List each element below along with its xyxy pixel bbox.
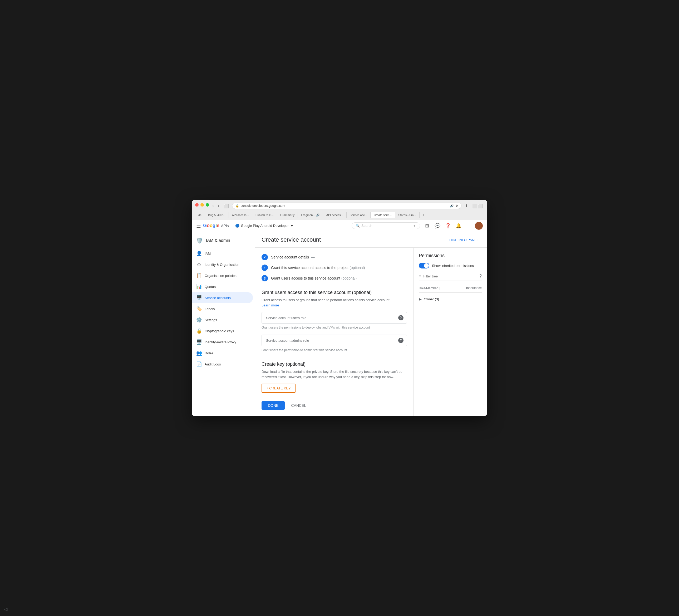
search-bar[interactable]: 🔍 Search ▼ (352, 222, 420, 229)
sidebar-item-label: Labels (205, 307, 215, 311)
sidebar: 🛡️ IAM & admin 👤 IAM ⊙ Identity & Organi… (192, 232, 255, 416)
quotas-icon: 📊 (196, 284, 201, 289)
users-role-label: Service account users role (266, 316, 306, 320)
apps-icon[interactable]: ⊞ (422, 221, 432, 230)
sidebar-item-roles[interactable]: 👥 Roles (192, 347, 253, 359)
admins-role-hint: Grant users the permission to administer… (262, 347, 407, 353)
sidebar-item-label: Quotas (205, 285, 216, 289)
owner-tree-item[interactable]: ▶ Owner (3) (419, 295, 482, 303)
admins-role-help-icon[interactable]: ? (398, 338, 403, 343)
tab-stores[interactable]: Stores - Sm... (395, 212, 419, 218)
learn-more-link[interactable]: Learn more (262, 303, 279, 307)
toggle-knob (424, 263, 429, 268)
content-header: Create service account HIDE INFO PANEL (255, 232, 487, 248)
tab-service-acc[interactable]: Service acc... (347, 212, 370, 218)
refresh-icon[interactable]: ↻ (455, 204, 458, 208)
help-icon[interactable]: ❓ (443, 221, 453, 230)
inherited-permissions-toggle[interactable] (419, 263, 429, 269)
users-role-field[interactable]: Service account users role ? (262, 312, 407, 324)
identity-aware-proxy-icon: 🖥️ (196, 339, 201, 345)
step-3-circle: 3 (262, 275, 268, 281)
owner-label: Owner (3) (424, 297, 439, 301)
sidebar-item-quotas[interactable]: 📊 Quotas (192, 281, 253, 292)
lock-icon: 🔒 (235, 204, 239, 208)
tab-de[interactable]: de (195, 212, 205, 218)
org-policies-icon: 📋 (196, 273, 201, 278)
filter-row: ≡ ? (419, 274, 482, 281)
sidebar-item-settings[interactable]: ⚙️ Settings (192, 314, 253, 326)
sidebar-header: 🛡️ IAM & admin (192, 234, 255, 248)
tab-grammarly[interactable]: Grammarly (277, 212, 298, 218)
minimize-button[interactable] (200, 203, 204, 207)
sort-icon[interactable]: ↑ (439, 286, 441, 290)
sidebar-item-labels[interactable]: 🏷️ Labels (192, 303, 253, 314)
address-bar[interactable]: 🔒 console.developers.google.com 🔊 ↻ (232, 203, 461, 209)
steps: ✓ Service account details — ✓ Grant this… (262, 254, 407, 281)
filter-help-icon[interactable]: ? (479, 274, 482, 278)
close-button[interactable] (195, 203, 199, 207)
main-area: 🛡️ IAM & admin 👤 IAM ⊙ Identity & Organi… (192, 232, 487, 416)
done-button[interactable]: DONE (262, 401, 285, 410)
page-view-button[interactable]: ⬜ (223, 203, 230, 209)
new-tab-button[interactable]: + (420, 211, 427, 219)
feedback-icon[interactable]: 💬 (433, 221, 442, 230)
form-area: ✓ Service account details — ✓ Grant this… (255, 248, 413, 416)
sidebar-item-label: Cryptographic keys (205, 329, 234, 333)
search-dropdown-icon[interactable]: ▼ (413, 224, 416, 228)
hamburger-menu[interactable]: ☰ (196, 223, 201, 229)
admins-role-field[interactable]: Service account admins role ? (262, 335, 407, 346)
sidebar-item-audit-logs[interactable]: 📄 Audit Logs (192, 359, 253, 370)
sidebar-item-label: Audit Logs (205, 362, 221, 366)
create-key-button[interactable]: + CREATE KEY (262, 383, 295, 393)
more-options-icon[interactable]: ⋮ (464, 221, 474, 230)
tab-publish[interactable]: Publish to G... (252, 212, 277, 218)
avatar[interactable] (475, 222, 483, 230)
settings-icon: ⚙️ (196, 317, 201, 323)
tab-bug[interactable]: Bug 59400:... (205, 212, 229, 218)
chevron-down-icon: ▼ (290, 224, 294, 228)
permissions-panel: Permissions Show inherited permissions ≡… (413, 248, 487, 416)
inheritance-header: Inheritance (466, 286, 482, 290)
tree-chevron-icon: ▶ (419, 297, 422, 301)
filter-input[interactable] (423, 274, 479, 278)
tab-api1[interactable]: API access... (229, 212, 252, 218)
step-1-circle: ✓ (262, 254, 268, 260)
google-apis-logo: Google APIs (203, 223, 229, 228)
back-button[interactable]: ‹ (211, 203, 215, 209)
search-placeholder: Search (361, 224, 372, 228)
share-button[interactable]: ⬆ (463, 203, 469, 209)
project-name: Google Play Android Developer (241, 224, 289, 228)
step-3-label: Grant users access to this service accou… (271, 276, 357, 280)
content-area: Create service account HIDE INFO PANEL ✓… (255, 232, 487, 416)
sidebar-item-cryptographic-keys[interactable]: 🔒 Cryptographic keys (192, 326, 253, 336)
project-selector[interactable]: 🔵 Google Play Android Developer ▼ (233, 223, 296, 229)
sidebar-item-iam[interactable]: 👤 IAM (192, 248, 253, 259)
sidebar-item-label: Organisation policies (205, 274, 236, 278)
role-member-header: Role/Member ↑ (419, 286, 441, 290)
admins-role-label: Service account admins role (266, 339, 309, 342)
grant-access-section: Grant users access to this service accou… (262, 290, 407, 353)
step-2-circle: ✓ (262, 265, 268, 271)
step-3: 3 Grant users access to this service acc… (262, 275, 407, 281)
step-1-label: Service account details — (271, 255, 315, 259)
forward-button[interactable]: › (217, 203, 220, 209)
sidebar-item-org-policies[interactable]: 📋 Organisation policies (192, 270, 253, 281)
notifications-icon[interactable]: 🔔 (454, 221, 463, 230)
tab-create-servi[interactable]: Create servi... (370, 212, 395, 218)
tab-api2[interactable]: API access... (323, 212, 347, 218)
new-tab-icon[interactable]: ⬜⬜ (471, 203, 484, 209)
grant-title: Grant users access to this service accou… (262, 290, 407, 295)
browser-window: ‹ › ⬜ 🔒 console.developers.google.com 🔊 … (192, 200, 487, 416)
project-dot-icon: 🔵 (235, 224, 239, 228)
maximize-button[interactable] (206, 203, 209, 207)
sidebar-item-identity[interactable]: ⊙ Identity & Organisation (192, 259, 253, 270)
sidebar-item-identity-aware-proxy[interactable]: 🖥️ Identity-Aware Proxy (192, 336, 253, 347)
cancel-button[interactable]: CANCEL (288, 401, 309, 410)
create-key-section: Create key (optional) Download a file th… (262, 362, 407, 393)
search-icon: 🔍 (356, 224, 360, 228)
cryptographic-keys-icon: 🔒 (196, 328, 201, 334)
tab-fragment[interactable]: Fragmen... 🔊 (298, 212, 323, 218)
sidebar-item-service-accounts[interactable]: 🖥️ Service accounts (192, 292, 253, 303)
users-role-help-icon[interactable]: ? (398, 315, 403, 320)
hide-info-panel-button[interactable]: HIDE INFO PANEL (447, 237, 481, 243)
